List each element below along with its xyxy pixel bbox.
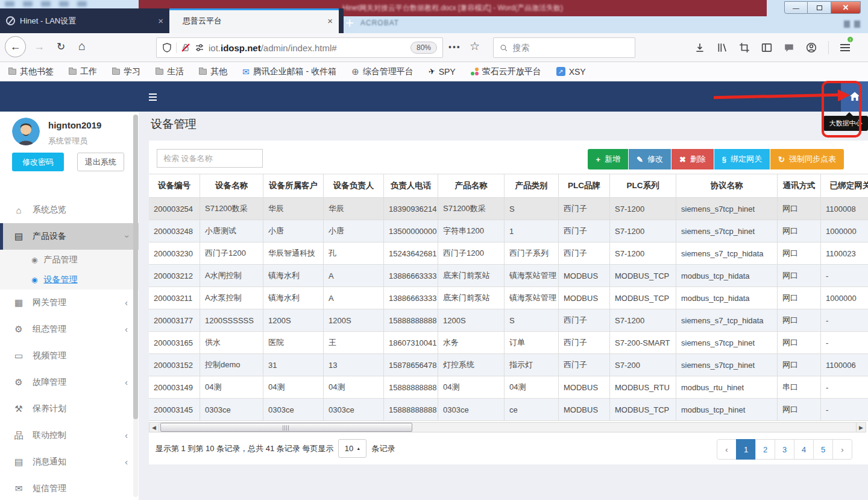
browser-tab-sipu-cloud[interactable]: 思普云平台 × xyxy=(169,8,339,33)
bookmark-item[interactable]: 工作 xyxy=(69,66,97,77)
bookmark-item[interactable]: 其他 xyxy=(199,66,227,77)
table-row[interactable]: 200003254S71200数采华辰华辰18390936214S71200数采… xyxy=(149,198,868,220)
close-icon: ✕ xyxy=(843,3,849,12)
table-row[interactable]: 200003248小唐测试小唐小唐13500000000字符串12001西门子S… xyxy=(149,220,868,242)
page-button-3[interactable]: 3 xyxy=(775,439,794,460)
sidebar-item[interactable]: ✉短信管理 xyxy=(0,475,139,500)
change-password-button[interactable]: 修改密码 xyxy=(12,153,64,171)
bigdata-home-button[interactable] xyxy=(841,81,868,112)
page-button-2[interactable]: 2 xyxy=(755,439,775,460)
reload-button[interactable]: ↻ xyxy=(57,40,65,53)
next-page-button[interactable]: › xyxy=(832,439,852,460)
table-cell: 1200SSSSSS xyxy=(200,309,263,332)
screenshot-icon[interactable] xyxy=(739,42,750,53)
page-title: 设备管理 xyxy=(151,116,197,132)
tab-close-icon[interactable]: × xyxy=(158,16,163,26)
table-cell: 华辰 xyxy=(263,198,324,220)
table-row[interactable]: 200003152控制demo311315878656478灯控系统指示灯西门子… xyxy=(149,354,868,376)
prev-page-button[interactable]: ‹ xyxy=(717,439,737,460)
chat-bubble-icon[interactable] xyxy=(784,42,794,53)
sidebar-item[interactable]: ⚙组态管理‹ xyxy=(0,316,139,343)
minimize-button[interactable]: — xyxy=(784,1,808,14)
table-cell: 1100006 xyxy=(821,354,868,376)
table-row[interactable]: 2000031450303ce0303ce0303ce1588888888803… xyxy=(149,399,868,421)
url-bar[interactable]: iot.idosp.net/admin/index.html# 80% xyxy=(156,37,443,58)
insecure-lock-icon[interactable] xyxy=(181,43,190,52)
device-search-input[interactable] xyxy=(157,149,263,168)
download-icon[interactable] xyxy=(694,42,705,53)
page-button-5[interactable]: 5 xyxy=(813,439,833,460)
chevron-left-icon: ‹ xyxy=(125,378,128,387)
restore-button[interactable] xyxy=(808,1,831,14)
bookmark-item[interactable]: ✈SPY xyxy=(429,67,456,77)
bookmark-item[interactable]: 萤石云开放平台 xyxy=(471,66,541,77)
tab-close-icon[interactable]: × xyxy=(327,16,333,26)
scroll-left-icon[interactable]: ◀ xyxy=(149,423,159,432)
forward-button[interactable]: → xyxy=(34,40,45,53)
search-input[interactable] xyxy=(513,43,629,52)
scrollbar-thumb[interactable] xyxy=(160,423,412,432)
bookmark-label: SPY xyxy=(439,67,456,77)
sidebar-item[interactable]: ⚙故障管理‹ xyxy=(0,369,139,396)
table-cell: 1000000 xyxy=(821,287,868,309)
browser-search-box[interactable] xyxy=(493,37,635,58)
menu-button[interactable]: ↑ xyxy=(840,42,850,53)
shield-icon[interactable] xyxy=(162,43,172,52)
scrollbar-thumb[interactable] xyxy=(133,115,138,419)
action-button-cross[interactable]: ✖删除 xyxy=(671,149,714,169)
table-row[interactable]: 200003165供水医院王18607310041水务订单西门子S7-200-S… xyxy=(149,332,868,354)
table-row[interactable]: 200003230西门子1200华辰智通科技孔15243642681西门子120… xyxy=(149,242,868,265)
library-icon[interactable] xyxy=(717,42,728,53)
avatar[interactable] xyxy=(12,118,40,145)
sidebar-item[interactable]: ⌂系统总览 xyxy=(0,197,139,223)
bookmark-item[interactable]: 学习 xyxy=(112,66,140,77)
browser-home-button[interactable]: ⌂ xyxy=(78,39,86,53)
sidebar-toggle-button[interactable] xyxy=(149,92,157,103)
sidebar-item[interactable]: ⚒保养计划 xyxy=(0,396,139,422)
logout-button[interactable]: 退出系统 xyxy=(77,153,124,171)
page-size-select[interactable]: 10▲ xyxy=(338,439,366,458)
new-tab-button[interactable]: + xyxy=(345,14,354,31)
table-row[interactable]: 200003212A水闸控制镇海水利A13886663333底来门前泵站镇海泵站… xyxy=(149,265,868,287)
sidebar-toggle-icon[interactable] xyxy=(761,42,772,53)
sidebar-scrollbar[interactable] xyxy=(133,115,138,497)
back-button[interactable]: ← xyxy=(5,36,26,57)
summary-suffix: 条记录 xyxy=(371,443,395,454)
action-button-sync[interactable]: ↻强制同步点表 xyxy=(770,149,844,169)
table-row[interactable]: 200003211A水泵控制镇海水利A13886663333底来门前泵站镇海泵站… xyxy=(149,287,868,309)
action-button-link[interactable]: §绑定网关 xyxy=(714,149,770,169)
gears-icon: ⚙ xyxy=(13,324,24,335)
close-button[interactable]: ✕ xyxy=(831,1,861,14)
table-row[interactable]: 20000314904测04测04测1588888888804测04测MODBU… xyxy=(149,376,868,399)
table-cell: S7-200 xyxy=(610,354,676,376)
sidebar-item[interactable]: ▭视频管理 xyxy=(0,343,139,369)
home-icon: ⌂ xyxy=(13,205,24,215)
browser-tab-hinet[interactable]: Hinet - LAN设置 × xyxy=(0,8,169,33)
bookmark-item[interactable]: ⊕综合管理平台 xyxy=(351,66,414,77)
table-cell: A xyxy=(324,287,384,309)
page-actions-icon[interactable]: ••• xyxy=(448,42,461,52)
bookmark-item[interactable]: ✉腾讯企业邮箱 - 收件箱 xyxy=(242,66,336,77)
bookmark-item[interactable]: 其他书签 xyxy=(8,66,54,77)
action-button-pencil[interactable]: ✎修改 xyxy=(629,149,671,169)
sidebar-item[interactable]: 品联动控制‹ xyxy=(0,422,139,449)
sidebar-item[interactable]: ▤消息通知‹ xyxy=(0,449,139,475)
table-cell: 0303ce xyxy=(200,399,263,421)
scroll-right-icon[interactable]: ▶ xyxy=(856,423,866,432)
sidebar-item[interactable]: ▦网关管理‹ xyxy=(0,290,139,316)
sidebar-subitem[interactable]: ◉产品管理 xyxy=(0,250,139,270)
permissions-icon[interactable] xyxy=(195,43,204,52)
table-row[interactable]: 2000031771200SSSSSS1200S1200S15888888888… xyxy=(149,309,868,332)
browser-tabstrip: Hinet - LAN设置 × 思普云平台 × xyxy=(0,8,344,33)
bookmark-star-icon[interactable]: ☆ xyxy=(470,39,480,53)
zoom-level-badge[interactable]: 80% xyxy=(410,42,437,54)
horizontal-scrollbar[interactable]: ◀ ▶ xyxy=(149,422,866,432)
sidebar-item[interactable]: ▤产品设备‹ xyxy=(0,223,139,250)
bookmark-item[interactable]: ↗XSY xyxy=(556,67,586,77)
action-button-plus[interactable]: +新增 xyxy=(588,149,628,169)
account-icon[interactable] xyxy=(806,42,817,53)
page-button-1[interactable]: 1 xyxy=(736,439,756,460)
bookmark-item[interactable]: 生活 xyxy=(156,66,184,77)
sidebar-subitem[interactable]: ◉设备管理 xyxy=(0,270,139,290)
page-button-4[interactable]: 4 xyxy=(794,439,814,460)
